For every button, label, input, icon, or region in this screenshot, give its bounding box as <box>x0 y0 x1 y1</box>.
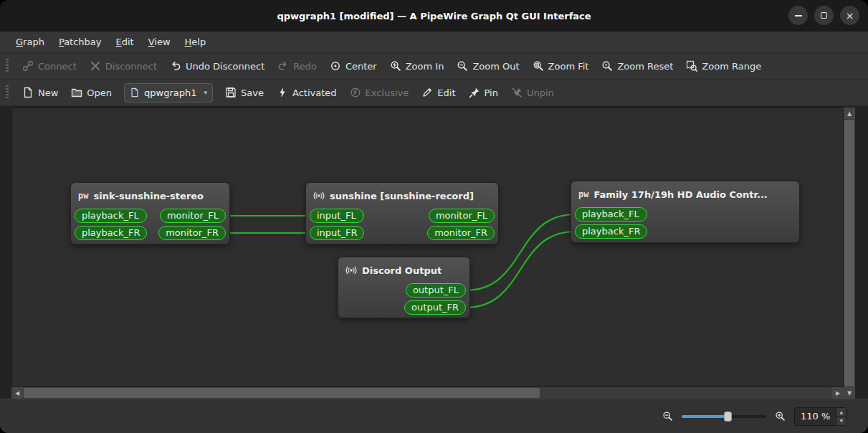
menu-view[interactable]: View <box>141 34 178 50</box>
minimize-icon <box>795 15 802 16</box>
menu-help[interactable]: Help <box>178 34 214 50</box>
zoom-in-icon <box>390 60 401 72</box>
port-input-fl[interactable]: input_FL <box>310 209 364 223</box>
menu-graph[interactable]: Graph <box>9 34 52 50</box>
scroll-right-icon[interactable]: ▶ <box>832 387 844 399</box>
node-title: sunshine [sunshine-record] <box>306 183 498 207</box>
toolbar-button-center[interactable]: Center <box>323 57 383 75</box>
zoom-out-icon <box>457 60 468 72</box>
toolbar-button-save[interactable]: Save <box>219 83 270 102</box>
toolbar-button-label: New <box>38 87 58 98</box>
app-window: qpwgraph1 [modified] — A PipeWire Graph … <box>0 0 868 433</box>
redo-icon <box>277 60 289 72</box>
graph-node-discord-output[interactable]: Discord Output output_FL output_FR <box>338 257 470 318</box>
new-file-icon <box>22 87 34 98</box>
toolbar-drag-handle[interactable] <box>6 59 9 73</box>
toolbar-file: New Open qpwgraph1 ▾ Save <box>0 80 868 106</box>
port-playback-fr[interactable]: playback_FR <box>575 224 647 239</box>
toolbar-button-zoom-reset[interactable]: Zoom Reset <box>595 57 679 75</box>
toolbar-button-label: Activated <box>292 87 337 98</box>
toolbar-button-zoom-in[interactable]: Zoom In <box>383 57 451 75</box>
maximize-button[interactable] <box>814 6 834 25</box>
disconnect-icon <box>90 60 101 72</box>
toolbar-button-label: Connect <box>38 61 77 72</box>
toolbar-button-label: Save <box>241 87 264 98</box>
connect-icon <box>22 60 34 72</box>
menu-edit[interactable]: Edit <box>109 34 141 50</box>
zoom-slider-fill <box>682 415 728 418</box>
port-playback-fr[interactable]: playback_FR <box>75 226 147 240</box>
zoom-out-small-icon[interactable] <box>662 411 673 422</box>
toolbar-button-redo: Redo <box>271 57 323 75</box>
pencil-icon <box>421 87 433 98</box>
toolbar-button-label: Zoom Reset <box>617 61 673 72</box>
toolbar-drag-handle[interactable] <box>6 85 9 100</box>
zoom-in-small-icon[interactable] <box>775 411 786 422</box>
scroll-left-icon[interactable]: ◀ <box>11 387 23 399</box>
toolbar-button-label: Edit <box>437 87 455 98</box>
toolbar-button-label: Zoom In <box>406 61 444 72</box>
spin-down-icon[interactable]: ▼ <box>836 417 846 425</box>
toolbar-button-zoom-fit[interactable]: Zoom Fit <box>526 57 596 75</box>
statusbar: 110 % ▲ ▼ <box>0 399 868 433</box>
graph-canvas[interactable]: pw sink-sunshine-stereo playback_FL play… <box>11 108 844 387</box>
toolbar-button-label: Exclusive <box>366 87 409 98</box>
node-title-text: sink-sunshine-stereo <box>93 191 204 201</box>
toolbar-button-label: Open <box>87 87 112 98</box>
zoom-slider-handle[interactable] <box>724 411 732 422</box>
graph-node-family-hd-audio[interactable]: pw Family 17h/19h HD Audio Contr... play… <box>571 181 800 243</box>
scroll-down-icon[interactable]: ▼ <box>844 387 855 399</box>
toolbar-button-zoom-range[interactable]: Zoom Range <box>679 57 768 75</box>
toolbar-button-edit[interactable]: Edit <box>415 83 462 102</box>
port-output-fl[interactable]: output_FL <box>406 283 466 298</box>
toolbar-button-label: Unpin <box>527 87 554 98</box>
titlebar: qpwgraph1 [modified] — A PipeWire Graph … <box>0 0 868 32</box>
toolbar-button-unpin: Unpin <box>505 83 561 102</box>
toolbar-button-label: Disconnect <box>105 61 157 72</box>
pin-icon <box>469 87 480 98</box>
horizontal-scrollbar-thumb[interactable] <box>24 388 540 398</box>
port-playback-fl[interactable]: playback_FL <box>75 209 147 223</box>
port-input-fr[interactable]: input_FR <box>310 226 364 240</box>
node-title: pw Family 17h/19h HD Audio Contr... <box>571 181 799 206</box>
zoom-value[interactable]: 110 % <box>795 411 836 422</box>
patchbay-selector-combo[interactable]: qpwgraph1 ▾ <box>124 83 213 103</box>
toolbar-button-zoom-out[interactable]: Zoom Out <box>450 57 525 75</box>
close-icon: × <box>846 10 854 22</box>
toolbar-button-pin[interactable]: Pin <box>462 83 505 102</box>
graph-node-sunshine-record[interactable]: sunshine [sunshine-record] input_FL inpu… <box>305 182 499 244</box>
zoom-spinbox[interactable]: 110 % ▲ ▼ <box>794 407 846 426</box>
port-playback-fl[interactable]: playback_FL <box>575 207 647 222</box>
zoom-range-icon <box>686 60 697 72</box>
port-monitor-fr[interactable]: monitor_FR <box>427 226 495 240</box>
toolbar-button-activated[interactable]: Activated <box>270 83 343 102</box>
window-controls: × <box>788 6 859 25</box>
port-output-fr[interactable]: output_FR <box>404 300 466 315</box>
horizontal-scrollbar[interactable]: ◀ ▶ <box>11 387 844 399</box>
chevron-down-icon: ▾ <box>204 89 208 96</box>
zoom-slider[interactable] <box>682 411 766 422</box>
toolbar-button-undo-disconnect[interactable]: Undo Disconnect <box>163 57 271 75</box>
minimize-button[interactable] <box>788 6 808 25</box>
menubar: Graph Patchbay Edit View Help <box>0 32 868 53</box>
patchbay-file-icon <box>130 87 140 97</box>
toolbar-button-new[interactable]: New <box>16 83 65 102</box>
port-monitor-fl[interactable]: monitor_FL <box>429 209 495 223</box>
toolbar-edit: Connect Disconnect Undo Disconnect Redo <box>0 53 868 80</box>
exclusive-icon <box>350 87 361 98</box>
toolbar-button-connect: Connect <box>16 57 83 75</box>
save-icon <box>225 87 237 98</box>
vertical-scrollbar-thumb[interactable] <box>844 120 854 386</box>
vertical-scrollbar[interactable]: ▲ ▼ <box>844 108 855 399</box>
scroll-up-icon[interactable]: ▲ <box>844 108 855 119</box>
graph-node-sink-sunshine-stereo[interactable]: pw sink-sunshine-stereo playback_FL play… <box>70 182 230 244</box>
spin-up-icon[interactable]: ▲ <box>836 408 846 417</box>
patchbay-combo-value: qpwgraph1 <box>144 87 196 98</box>
menu-patchbay[interactable]: Patchbay <box>52 34 109 50</box>
close-button[interactable]: × <box>840 6 859 25</box>
connection-wires <box>12 108 844 387</box>
port-monitor-fr[interactable]: monitor_FR <box>158 226 226 240</box>
toolbar-button-open[interactable]: Open <box>65 83 118 102</box>
unpin-icon <box>511 87 523 98</box>
port-monitor-fl[interactable]: monitor_FL <box>160 209 226 223</box>
